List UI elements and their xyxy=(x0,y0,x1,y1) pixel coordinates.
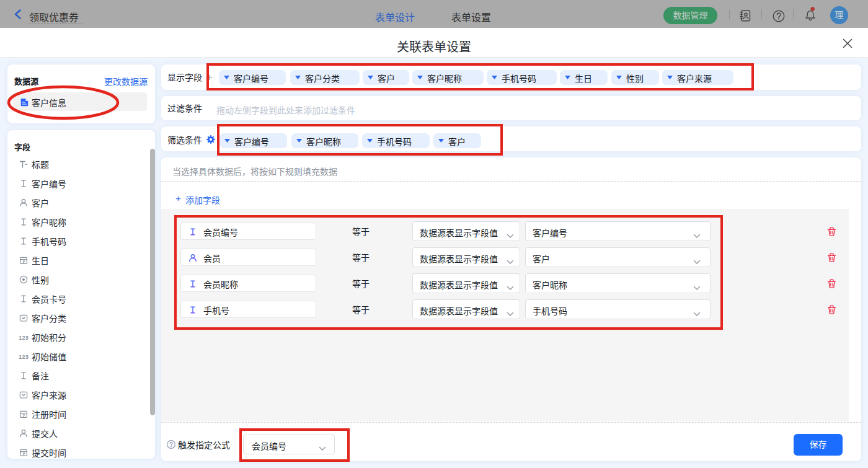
svg-text:123: 123 xyxy=(19,354,29,360)
svg-text:123: 123 xyxy=(19,335,29,341)
